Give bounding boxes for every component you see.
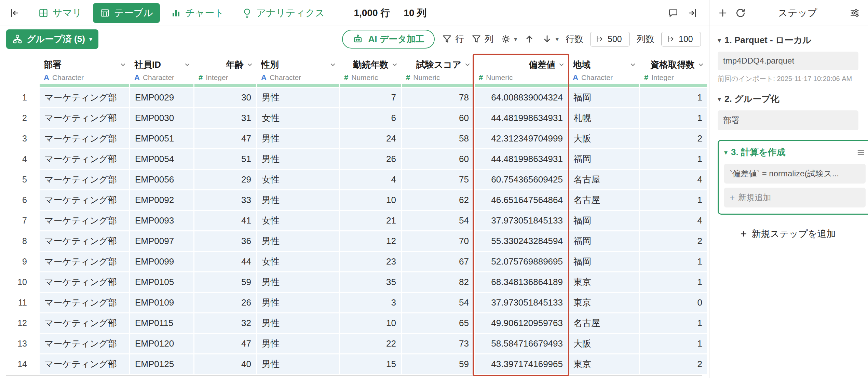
add-step-button[interactable]: + 新規ステップを追加: [718, 228, 858, 240]
table-cell-seibetsu: 女性: [257, 252, 339, 271]
chevron-down-icon[interactable]: [329, 60, 337, 69]
row-number-cell: 8: [6, 231, 39, 251]
column-header-nenrei[interactable]: 年齢#Integer: [194, 55, 256, 87]
step-2[interactable]: ▾2. グループ化部署: [718, 93, 858, 130]
comment-icon[interactable]: [665, 5, 681, 21]
numeric-type-icon: #: [406, 73, 410, 82]
row-number-cell: 5: [6, 170, 39, 189]
column-type-label: Character: [270, 73, 301, 82]
table-cell-shikaku: 1: [640, 190, 707, 210]
table-cell-busho: マーケティング部: [40, 170, 129, 189]
table-header-row: 部署ACharacter社員IDACharacter年齢#Integer性別AC…: [6, 55, 709, 87]
tab-table[interactable]: テーブル: [93, 3, 160, 23]
chevron-down-icon: ▾: [89, 36, 93, 42]
table-cell-nenrei: 44: [194, 252, 256, 271]
table-cell-shain-id: EMP0054: [130, 149, 193, 169]
column-header-hensachi[interactable]: 偏差値#Numeric: [475, 55, 568, 87]
data-quality-bar: [130, 84, 193, 87]
column-header-shikaku[interactable]: 資格取得数#Integer: [640, 55, 707, 87]
chevron-down-icon[interactable]: [697, 60, 705, 69]
column-header-kinzoku[interactable]: 勤続年数#Numeric: [340, 55, 401, 87]
table-cell-busho: マーケティング部: [40, 88, 129, 107]
settings-gear-button[interactable]: ▾: [500, 33, 517, 44]
add-icon[interactable]: [715, 5, 731, 21]
sliders-icon[interactable]: [847, 5, 863, 21]
plus-icon: +: [730, 193, 735, 202]
tab-chart[interactable]: チャート: [164, 3, 231, 23]
table-cell-seibetsu: 男性: [257, 354, 339, 374]
step-menu-icon[interactable]: [856, 148, 866, 157]
upload-button[interactable]: [524, 33, 535, 44]
step-3[interactable]: ▾3. 計算を作成`偏差値` = normalize(試験ス...+新規追加: [718, 140, 868, 215]
chevron-down-icon[interactable]: [119, 60, 127, 69]
filter-rows-button[interactable]: 行: [442, 33, 464, 45]
data-quality-bar: [257, 84, 339, 87]
table-cell-kinzoku: 12: [340, 231, 401, 251]
collapse-left-icon[interactable]: [7, 5, 23, 21]
tab-summary[interactable]: サマリ: [31, 3, 89, 23]
chevron-down-icon[interactable]: [629, 60, 637, 69]
numeric-type-icon: #: [479, 73, 483, 82]
column-header-chiiki[interactable]: 地域ACharacter: [569, 55, 639, 87]
table-cell-shikaku: 4: [640, 170, 707, 189]
step-detail[interactable]: `偏差値` = normalize(試験ス...: [724, 164, 866, 184]
step-detail[interactable]: 部署: [718, 110, 858, 130]
collapse-caret-icon[interactable]: ▾: [718, 37, 721, 44]
table-cell-shain-id: EMP0109: [130, 293, 193, 312]
funnel-icon: [471, 33, 482, 44]
collapse-caret-icon[interactable]: ▾: [724, 149, 728, 156]
column-header-busho[interactable]: 部署ACharacter: [40, 55, 129, 87]
step-detail[interactable]: tmp4DDQ4.parquet: [718, 52, 858, 70]
column-header-shain-id[interactable]: 社員IDACharacter: [130, 55, 193, 87]
table-cell-score: 82: [402, 272, 474, 292]
cols-limit-input[interactable]: 100: [661, 32, 701, 46]
table-cell-seibetsu: 女性: [257, 211, 339, 230]
column-header-score[interactable]: 試験スコア#Numeric: [402, 55, 474, 87]
table-cell-seibetsu: 男性: [257, 272, 339, 292]
character-type-icon: A: [44, 73, 49, 82]
table-cell-nenrei: 47: [194, 129, 256, 148]
collapse-caret-icon[interactable]: ▾: [718, 96, 721, 103]
table-cell-shain-id: EMP0051: [130, 129, 193, 148]
table-cell-nenrei: 31: [194, 108, 256, 128]
chevron-down-icon[interactable]: [557, 60, 566, 69]
column-header-seibetsu[interactable]: 性別ACharacter: [257, 55, 339, 87]
chevron-down-icon[interactable]: [183, 60, 191, 69]
table-cell-score: 58: [402, 129, 474, 148]
column-type-label: Character: [581, 73, 613, 82]
column-type-row: #Numeric: [475, 72, 568, 83]
table-cell-busho: マーケティング部: [40, 272, 129, 292]
expand-right-icon[interactable]: [684, 5, 700, 21]
rows-limit-input[interactable]: 500: [590, 32, 630, 46]
table-cell-shikaku: 1: [640, 149, 707, 169]
table-cell-shikaku: 1: [640, 334, 707, 353]
step-1[interactable]: ▾1. Parquet - ローカルtmp4DDQ4.parquet前回のインポ…: [718, 34, 858, 83]
table-row: 9マーケティング部EMP009944女性236752.075769889695福…: [6, 252, 709, 271]
tab-label: アナリティクス: [256, 6, 325, 19]
table-cell-nenrei: 29: [194, 170, 256, 189]
data-quality-bar: [402, 84, 474, 87]
ai-wrangle-button[interactable]: AI データ加工: [342, 30, 434, 49]
table-cell-busho: マーケティング部: [40, 190, 129, 210]
table-cell-busho: マーケティング部: [40, 129, 129, 148]
table-cell-chiiki: 大阪: [569, 334, 639, 353]
column-type-label: Integer: [651, 73, 674, 82]
tab-analytics[interactable]: アナリティクス: [235, 3, 332, 23]
filter-columns-button[interactable]: 列: [471, 33, 493, 45]
tab-label: サマリ: [53, 6, 82, 19]
chevron-down-icon[interactable]: [463, 60, 472, 69]
table-cell-score: 59: [402, 354, 474, 374]
refresh-icon[interactable]: [733, 5, 748, 21]
column-type-row: ACharacter: [130, 72, 193, 83]
download-button[interactable]: ▾: [542, 33, 559, 44]
gear-icon: [500, 33, 511, 44]
table-cell-nenrei: 41: [194, 211, 256, 230]
grouped-button[interactable]: グループ済 (5) ▾: [6, 29, 98, 49]
chevron-down-icon[interactable]: [246, 60, 254, 69]
cols-limit-value: 100: [679, 34, 693, 44]
from-bar-arrow-icon: [595, 35, 604, 43]
column-name-row: 資格取得数: [640, 57, 707, 72]
step-add-calculation-row[interactable]: +新規追加: [724, 188, 866, 207]
chevron-down-icon[interactable]: [391, 60, 399, 69]
table-row: 7マーケティング部EMP009341女性215437.973051845133福…: [6, 211, 709, 230]
